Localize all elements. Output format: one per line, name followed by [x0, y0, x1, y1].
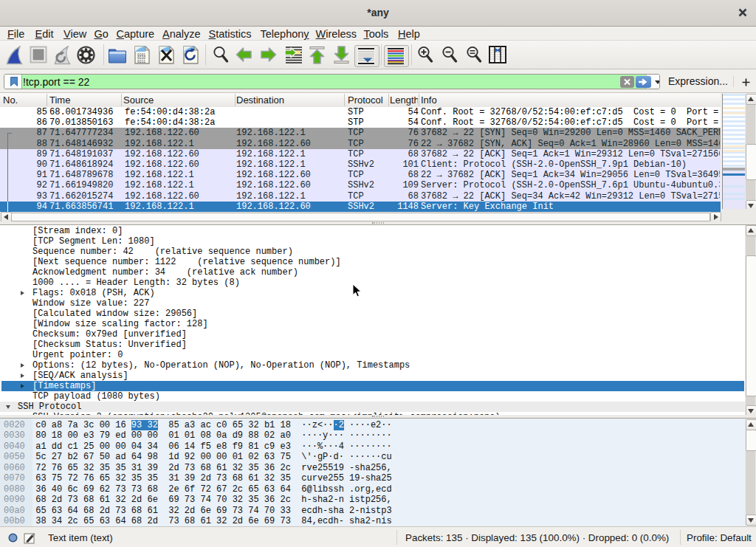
svg-text:0111: 0111 [137, 60, 145, 63]
